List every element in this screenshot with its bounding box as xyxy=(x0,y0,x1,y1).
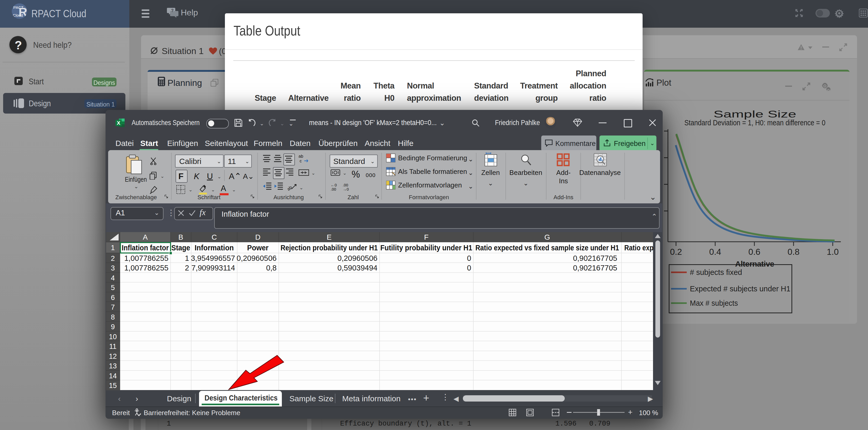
svg-text:Power: Power xyxy=(247,243,269,252)
svg-text:11: 11 xyxy=(109,342,117,351)
svg-text:Stage: Stage xyxy=(172,243,190,252)
svg-text:D: D xyxy=(255,233,260,241)
svg-text:0: 0 xyxy=(467,254,471,262)
svg-text:0,59039494: 0,59039494 xyxy=(338,264,377,272)
svg-text:13: 13 xyxy=(109,362,117,370)
svg-text:1,007786255: 1,007786255 xyxy=(124,264,168,272)
svg-text:4: 4 xyxy=(111,274,115,282)
svg-text:Information: Information xyxy=(195,243,234,252)
svg-text:2: 2 xyxy=(111,255,115,262)
svg-text:15: 15 xyxy=(109,382,117,390)
svg-text:3,954996557: 3,954996557 xyxy=(191,254,235,262)
svg-text:7: 7 xyxy=(111,303,115,311)
svg-text:0.2: 0.2 xyxy=(670,247,682,256)
svg-text:B: B xyxy=(178,233,183,241)
svg-text:1: 1 xyxy=(111,244,115,252)
svg-text:0,902167705: 0,902167705 xyxy=(573,264,617,272)
svg-text:0.4: 0.4 xyxy=(709,247,721,256)
svg-text:0,20960506: 0,20960506 xyxy=(338,254,377,262)
svg-text:X: X xyxy=(117,120,120,126)
svg-text:Ratio expected vs fixed sample: Ratio expected vs fixed sample size unde… xyxy=(475,243,619,252)
svg-text:Inflation factor: Inflation factor xyxy=(122,243,169,252)
svg-text:14: 14 xyxy=(109,372,117,380)
svg-text:Max # subjects: Max # subjects xyxy=(690,299,738,307)
svg-text:0,20960506: 0,20960506 xyxy=(237,254,277,262)
svg-text:9: 9 xyxy=(111,323,115,331)
svg-text:F: F xyxy=(424,233,428,241)
svg-text:1,007786255: 1,007786255 xyxy=(124,254,168,262)
svg-text:0,8: 0,8 xyxy=(266,264,277,272)
svg-text:c: c xyxy=(300,159,302,163)
svg-text:.00: .00 xyxy=(331,187,336,191)
svg-text:12: 12 xyxy=(109,353,117,360)
svg-text:0,902167705: 0,902167705 xyxy=(573,254,617,262)
svg-text:?: ? xyxy=(171,8,174,13)
svg-text:2: 2 xyxy=(185,264,189,272)
svg-text:G: G xyxy=(545,233,550,241)
svg-text:A: A xyxy=(143,233,148,241)
svg-text:ab: ab xyxy=(299,154,303,159)
svg-text:0.8: 0.8 xyxy=(787,247,800,256)
svg-text:3: 3 xyxy=(111,264,115,272)
svg-text:E: E xyxy=(327,233,332,241)
svg-text:→0: →0 xyxy=(343,187,349,191)
svg-text:Rejection probability under H1: Rejection probability under H1 xyxy=(281,243,378,252)
svg-text:←0: ←0 xyxy=(331,183,337,187)
svg-text:8: 8 xyxy=(111,313,115,321)
svg-text:10: 10 xyxy=(109,333,117,341)
svg-text:6: 6 xyxy=(111,294,115,302)
svg-text:Ratio exp: Ratio exp xyxy=(624,243,654,252)
svg-text:.00: .00 xyxy=(343,183,348,187)
svg-text:# subjects fixed: # subjects fixed xyxy=(690,268,742,276)
svg-text:Expected # subjects under H1: Expected # subjects under H1 xyxy=(690,285,790,293)
svg-text:5: 5 xyxy=(111,284,115,292)
svg-text:Futility probability under H1: Futility probability under H1 xyxy=(380,243,472,252)
svg-text:7,909993114: 7,909993114 xyxy=(191,264,235,272)
svg-text:0: 0 xyxy=(467,264,471,272)
svg-text:1: 1 xyxy=(185,254,189,262)
svg-text:0.6: 0.6 xyxy=(748,247,761,256)
svg-text:C: C xyxy=(212,233,217,241)
svg-text:1.0: 1.0 xyxy=(827,247,839,256)
